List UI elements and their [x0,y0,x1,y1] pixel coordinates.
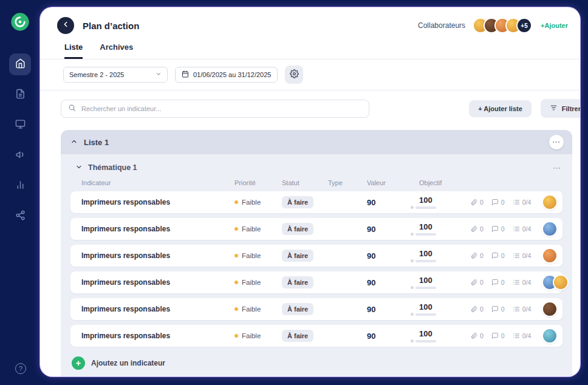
comment-icon [491,279,499,286]
chevron-down-icon[interactable] [75,162,83,173]
status-badge[interactable]: À faire [282,250,313,262]
sidebar-item-stats[interactable] [9,175,31,197]
assignee-avatar[interactable] [542,328,558,344]
assignee-avatar[interactable] [553,274,569,290]
comments-count[interactable]: 0 [491,279,505,286]
status-badge[interactable]: À faire [282,223,313,235]
search-input[interactable] [81,105,362,112]
attachments-count[interactable]: 0 [470,252,484,259]
collaborators-avatar-stack[interactable]: +5 [473,18,532,33]
priority-dot [234,254,238,257]
paperclip-icon [470,332,477,339]
settings-button[interactable] [285,66,303,84]
calendar-icon [182,70,189,79]
comments-count[interactable]: 0 [491,225,505,233]
status-badge[interactable]: À faire [282,196,313,208]
add-indicator-button[interactable]: + Ajoutez un indicateur [72,356,562,370]
filter-button-label: Filtrer [562,105,580,112]
tasks-count[interactable]: 0/4 [513,225,532,233]
col-value: Valeur [367,179,411,186]
value-cell: 90 [367,278,411,287]
comments-count[interactable]: 0 [491,305,505,313]
table-row[interactable]: Imprimeurs responsables Faible À faire 9… [70,191,562,213]
assignee-avatar[interactable] [542,194,558,210]
back-button[interactable] [57,17,74,34]
objective-value: 100 [411,222,470,231]
bar-chart-icon [15,180,26,192]
tasks-count[interactable]: 0/4 [513,332,532,339]
progress-dot [411,313,414,316]
status-badge[interactable]: À faire [282,276,313,288]
date-range-picker[interactable]: 01/06/2025 au 31/12/2025 [175,67,278,83]
comments-count[interactable]: 0 [491,199,505,206]
status-badge[interactable]: À faire [282,330,313,342]
attachments-count[interactable]: 0 [470,279,484,286]
document-icon [15,89,26,101]
chevron-up-icon[interactable] [70,137,78,148]
priority-dot [234,227,238,231]
sidebar-item-documents[interactable] [9,84,31,106]
tab-bar: Liste Archives [40,34,580,60]
assignee-avatar[interactable] [542,221,558,237]
indicator-name[interactable]: Imprimeurs responsables [81,225,234,233]
theme-header[interactable]: Thématique 1 ⋯ [61,154,572,174]
filter-button[interactable]: Filtrer [541,99,580,118]
col-indicator: Indicateur [81,179,234,186]
paperclip-icon [470,252,477,259]
attachments-count[interactable]: 0 [470,199,484,206]
comments-count[interactable]: 0 [491,252,505,259]
indicator-name[interactable]: Imprimeurs responsables [81,198,234,206]
tasks-count[interactable]: 0/4 [513,279,532,286]
search-box [61,100,369,118]
table-row[interactable]: Imprimeurs responsables Faible À faire 9… [70,271,562,293]
table-row[interactable]: Imprimeurs responsables Faible À faire 9… [70,325,562,347]
value-cell: 90 [367,198,411,207]
sidebar-item-screen[interactable] [9,114,31,136]
sidebar-item-announcements[interactable] [9,145,31,166]
semester-select-value: Semestre 2 - 2025 [69,71,125,78]
value-cell: 90 [367,251,411,261]
list-more-button[interactable]: ⋯ [549,135,564,149]
theme-more-button[interactable]: ⋯ [553,163,561,172]
attachments-count[interactable]: 0 [470,225,484,233]
checklist-icon [513,225,520,233]
checklist-icon [513,252,520,259]
progress-dot [411,286,414,289]
indicator-name[interactable]: Imprimeurs responsables [81,305,234,313]
table-row[interactable]: Imprimeurs responsables Faible À faire 9… [70,245,562,267]
monitor-icon [15,119,26,132]
assignee-avatar[interactable] [542,248,558,264]
checklist-icon [513,332,520,339]
table-row[interactable]: Imprimeurs responsables Faible À faire 9… [70,298,562,320]
indicator-name[interactable]: Imprimeurs responsables [81,278,234,287]
tab-liste[interactable]: Liste [64,43,83,59]
progress-dot [411,233,414,236]
add-list-button[interactable]: + Ajouter liste [469,100,532,117]
attachments-count[interactable]: 0 [470,332,484,339]
tasks-count[interactable]: 0/4 [513,252,532,259]
table-column-headers: Indicateur Priorité Statut Type Valeur O… [70,179,562,186]
progress-bar [415,340,436,342]
semester-select[interactable]: Semestre 2 - 2025 [63,67,168,83]
theme-title: Thématique 1 [88,163,137,172]
add-collaborator-button[interactable]: +Ajouter [541,22,568,29]
progress-bar [415,287,436,289]
attachments-count[interactable]: 0 [470,305,484,313]
value-cell: 90 [367,332,411,341]
avatar-overflow-badge[interactable]: +5 [516,18,532,33]
list-header[interactable]: Liste 1 ⋯ [61,130,572,154]
status-badge[interactable]: À faire [282,303,313,315]
comments-count[interactable]: 0 [491,332,505,339]
sidebar-item-home[interactable] [9,53,31,75]
tasks-count[interactable]: 0/4 [513,199,532,206]
period-filter-row: Semestre 2 - 2025 01/06/2025 au 31/12/20… [40,60,580,90]
tasks-count[interactable]: 0/4 [513,305,532,313]
indicator-name[interactable]: Imprimeurs responsables [81,332,234,340]
sidebar-item-network[interactable] [9,205,31,227]
table-row[interactable]: Imprimeurs responsables Faible À faire 9… [70,218,562,240]
objective-value: 100 [411,249,470,258]
tab-archives[interactable]: Archives [100,43,133,59]
help-button[interactable]: ? [15,363,26,374]
indicator-name[interactable]: Imprimeurs responsables [81,251,234,260]
assignee-avatar[interactable] [542,301,558,317]
